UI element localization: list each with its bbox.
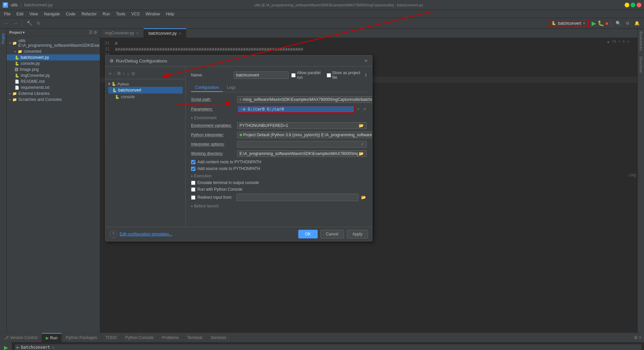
interpreter-options-input[interactable] [239, 142, 360, 147]
run-output-area[interactable]: ▶ batchconvert ✕ E:\A_programming_softwa… [12, 342, 644, 350]
execution-section-toggle[interactable]: ▾ Execution [191, 174, 212, 178]
config-item-batchconvert[interactable]: 🐍 batchconvert [108, 87, 183, 94]
bottom-settings-icon[interactable]: ⚙ [634, 335, 638, 340]
before-launch-section-toggle[interactable]: ▾ Before launch [191, 204, 219, 208]
dialog-moveup-button[interactable]: ↑ [122, 70, 126, 77]
parameters-info-icon[interactable]: ↗ [362, 107, 367, 112]
store-as-project-label[interactable]: Store as project file [327, 70, 361, 80]
structure-sidebar-tab[interactable]: Structure [638, 54, 643, 76]
project-tool-collapse-all[interactable]: ☰ [89, 30, 93, 35]
bookmarks-sidebar-tab[interactable]: Bookmarks [638, 29, 643, 54]
tree-item-readme[interactable]: 📄 README.md [7, 78, 100, 84]
tab-imgconverter-close[interactable]: ✕ [136, 31, 139, 35]
menu-view[interactable]: View [27, 11, 41, 17]
toolbar-build-button[interactable]: 🔨 [25, 20, 34, 27]
store-as-project-checkbox[interactable] [327, 73, 331, 77]
minimize-button[interactable] [625, 3, 629, 7]
bottom-tab-python-packages[interactable]: Python Packages [62, 333, 101, 342]
python-interpreter-field[interactable]: Project Default (Python 3.8 (zimu_pytorc… [237, 132, 372, 138]
redirect-input-field[interactable] [236, 194, 358, 201]
dialog-tab-configuration[interactable]: Configuration [191, 84, 223, 92]
bottom-tab-problems[interactable]: Problems [158, 333, 183, 342]
close-button[interactable] [637, 3, 641, 7]
store-as-project-info-icon[interactable]: ℹ [365, 73, 367, 77]
add-content-roots-label[interactable]: Add content roots to PYTHONPATH [197, 160, 261, 164]
apply-button[interactable]: Apply [347, 230, 368, 238]
tree-item-requirements[interactable]: 📄 requirements.txt [7, 84, 100, 91]
dialog-add-button[interactable]: + [108, 70, 112, 77]
toolbar-search-button[interactable]: 🔍 [614, 20, 623, 27]
tree-item-converted[interactable]: ▸ 📁 converted [7, 48, 100, 54]
tree-item-imgconverter[interactable]: 🐍 imgConverter.py [7, 72, 100, 78]
run-tab-close[interactable]: ✕ [52, 345, 54, 350]
tree-item-image[interactable]: 🖼 Image.png [7, 66, 100, 72]
toolbar-refresh-button[interactable]: ↻ [35, 20, 42, 27]
tab-imgconverter[interactable]: imgConverter.py ✕ [100, 28, 144, 38]
menu-run[interactable]: Run [100, 11, 113, 17]
dialog-remove-button[interactable]: - [113, 70, 116, 77]
tab-batchconvert-close[interactable]: ✕ [179, 32, 181, 35]
menu-edit[interactable]: Edit [14, 11, 26, 17]
tree-item-scratches[interactable]: ▸ 📁 Scratches and Consoles [7, 97, 100, 103]
dialog-copy-button[interactable]: ⧉ [117, 70, 121, 77]
menu-file[interactable]: File [1, 11, 13, 17]
menu-tools[interactable]: Tools [113, 11, 128, 17]
run-button[interactable]: ▶ [592, 20, 596, 27]
run-config-selector[interactable]: 🐍 batchconvert ▾ [547, 19, 589, 27]
toolbar-notifications-button[interactable]: 🔔 [633, 20, 641, 27]
dialog-help-button[interactable]: ? [110, 230, 117, 238]
env-variables-browse-button[interactable]: 📂 [358, 123, 364, 128]
ok-button[interactable]: OK [298, 230, 317, 238]
run-play-button[interactable]: ▶ [4, 344, 8, 350]
emulate-terminal-checkbox[interactable] [191, 181, 195, 185]
name-input[interactable] [234, 71, 289, 79]
env-variables-input[interactable] [239, 123, 358, 128]
project-tool-settings[interactable]: ⚙ [94, 30, 97, 35]
bottom-tab-terminal[interactable]: Terminal [183, 333, 206, 342]
menu-navigate[interactable]: Navigate [41, 11, 62, 17]
bottom-tab-python-console[interactable]: Python Console [121, 333, 158, 342]
bottom-tab-todo[interactable]: TODO [101, 333, 121, 342]
edit-config-templates-link[interactable]: Edit configuration templates... [120, 232, 172, 236]
working-directory-browse-button[interactable]: 📂 [358, 151, 364, 156]
menu-window[interactable]: Window [143, 11, 163, 17]
add-source-roots-label[interactable]: Add source roots to PYTHONPATH [197, 166, 260, 171]
tree-item-external-libraries[interactable]: ▸ 📁 External Libraries [7, 91, 100, 97]
add-source-roots-checkbox[interactable] [191, 167, 195, 171]
dialog-close-button[interactable]: ✕ [364, 58, 368, 63]
parameters-expand-icon[interactable]: + [356, 107, 360, 112]
dialog-movedown-button[interactable]: ↓ [126, 70, 130, 77]
run-debug-configurations-dialog[interactable]: ⚙ Run/Debug Configurations ✕ + - ⧉ ↑ ↓ [105, 55, 372, 241]
add-content-roots-checkbox[interactable] [191, 160, 195, 164]
run-python-console-checkbox[interactable] [191, 187, 195, 192]
menu-refactor[interactable]: Refactor [79, 11, 99, 17]
cancel-button[interactable]: Cancel [320, 230, 344, 238]
allow-parallel-checkbox[interactable] [291, 73, 296, 77]
window-controls[interactable] [625, 3, 641, 7]
menu-vcs[interactable]: VCS [129, 11, 142, 17]
tab-batchconvert[interactable]: batchconvert.py ✕ [144, 28, 186, 38]
toolbar-settings-button[interactable]: ⚙ [624, 20, 631, 27]
tree-item-console[interactable]: 🐍 console.py [7, 60, 100, 66]
project-sidebar-tab[interactable]: Project [1, 31, 6, 46]
menu-code[interactable]: Code [63, 11, 78, 17]
stop-button[interactable]: ■ [606, 21, 608, 26]
redirect-input-browse-button[interactable]: 📂 [360, 195, 367, 200]
maximize-button[interactable] [631, 3, 635, 7]
bottom-tab-version-control[interactable]: ⎇ Version Control [0, 333, 42, 342]
redirect-input-label[interactable]: Redirect input from: [197, 195, 232, 200]
tree-item-batchconvert[interactable]: 🐍 batchconvert.py [7, 54, 100, 60]
bottom-tab-services[interactable]: Services [207, 333, 230, 342]
allow-parallel-label[interactable]: Allow parallel run [291, 70, 323, 80]
working-directory-input[interactable] [239, 151, 358, 156]
parameters-input[interactable] [237, 106, 354, 113]
toolbar-back-button[interactable]: ← [3, 20, 10, 27]
dialog-tab-logs[interactable]: Logs [223, 84, 239, 92]
run-python-console-label[interactable]: Run with Python Console [197, 187, 243, 192]
environment-section-toggle[interactable]: ▾ Environment [191, 116, 216, 120]
dialog-share-button[interactable]: ⊙ [131, 70, 136, 77]
run-tab-item[interactable]: ▶ batchconvert ✕ [15, 344, 641, 350]
tree-item-utils-root[interactable]: ▾ 📁 utils E:\A_programming_software\Maxi… [7, 38, 100, 48]
debug-button[interactable]: 🐛 [598, 20, 604, 26]
interpreter-options-expand-icon[interactable]: ↗ [360, 142, 364, 147]
